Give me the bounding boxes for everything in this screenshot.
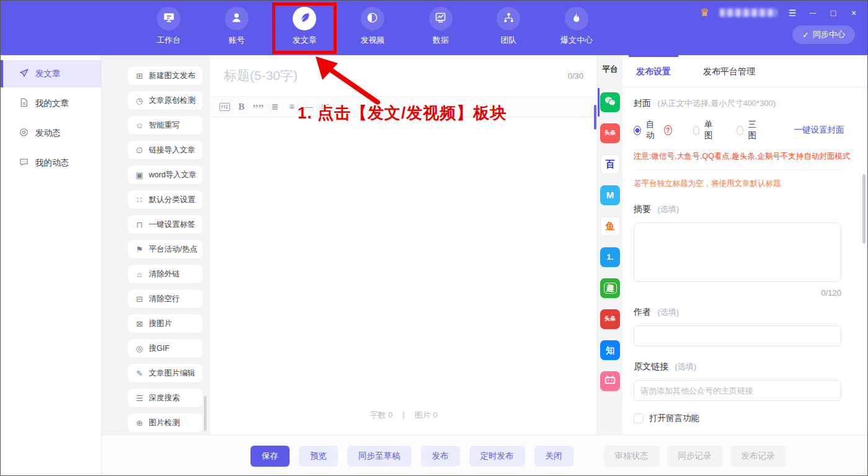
nav-item[interactable]: 团队 — [486, 7, 531, 46]
footer-action-button[interactable]: 定时发布 — [469, 446, 525, 467]
cover-options: 自动 ? 单图 — [634, 119, 781, 141]
platform-icon-tile[interactable]: 头条 — [600, 123, 620, 143]
sidebar-item[interactable]: 发文章 — [1, 60, 101, 87]
platform-header: 平台 — [598, 55, 622, 84]
platform-icon-tile[interactable]: 趣 — [600, 278, 620, 298]
footer-record-button[interactable]: 同步记录 — [667, 446, 723, 467]
toolbar-icon[interactable]: ≣ — [267, 99, 283, 114]
tool-icon: ☰ — [135, 394, 144, 402]
platform-icon-tile[interactable]: 鱼 — [600, 216, 620, 236]
settings-scrollbar-thumb[interactable] — [862, 174, 866, 244]
nav-item[interactable]: 爆文中心 — [554, 7, 599, 46]
nav-item[interactable]: 发文章 — [282, 7, 327, 46]
tool-button[interactable]: ◎ 搜GIF — [128, 339, 203, 358]
cover-options-row: 自动 ? 单图 — [634, 119, 841, 141]
count-divider: | — [402, 410, 404, 421]
author-hint: (选填) — [657, 307, 679, 317]
tool-button[interactable]: ⊟ 清除空行 — [128, 289, 203, 308]
sidebar-item[interactable]: 发动态 — [1, 120, 101, 147]
tool-label: 深度搜索 — [149, 393, 180, 403]
sidebar-item-icon — [19, 127, 29, 139]
nav-item[interactable]: 工作台 — [146, 7, 191, 46]
top-bar: 工作台 账号 发文章 — [1, 1, 867, 55]
tool-label: 默认分类设置 — [149, 195, 195, 205]
toolbar-icon[interactable]: ”” — [250, 99, 267, 114]
tool-button[interactable]: ✎ 文章图片编辑 — [128, 364, 203, 382]
footer-action-button[interactable]: 预览 — [299, 446, 338, 467]
cover-option[interactable]: 自动 ? — [634, 119, 672, 141]
help-icon[interactable]: ? — [664, 125, 672, 135]
platform-list: 头条 百 M — [598, 92, 622, 391]
author-input[interactable] — [634, 325, 841, 346]
radio-icon[interactable] — [737, 126, 743, 135]
platform-icon-tile[interactable]: 百 — [600, 154, 620, 174]
tool-button[interactable]: ⊓ 一键设置标签 — [128, 215, 203, 234]
nav-item[interactable]: 数据 — [418, 7, 463, 46]
nav-item-icon-circle — [157, 7, 180, 30]
platform-icon-tile[interactable]: 头条 — [600, 309, 620, 329]
tool-button[interactable]: ◷ 文章原创检测 — [128, 91, 203, 110]
platform-logo-text: 知 — [606, 346, 614, 355]
tools-scrollbar-thumb[interactable] — [204, 396, 206, 431]
footer-action-button[interactable]: 保存 — [250, 446, 290, 467]
tool-icon: ⊟ — [135, 295, 144, 303]
settings-tab[interactable]: 发布设置 — [634, 55, 673, 87]
footer-record-button[interactable]: 发布记录 — [730, 446, 786, 467]
tool-icon: ⊕ — [135, 419, 144, 427]
platform-icon-tile[interactable]: M — [600, 185, 620, 205]
tool-button[interactable]: ☰ 深度搜索 — [128, 389, 203, 407]
platform-icon-tile[interactable] — [600, 371, 620, 391]
nav-item[interactable]: 账号 — [215, 7, 259, 46]
sidebar-item[interactable]: 我的文章 — [1, 90, 101, 117]
footer-action-button[interactable]: 关闭 — [534, 446, 574, 467]
close-icon[interactable]: × — [849, 8, 859, 18]
nav-item-icon-circle — [429, 7, 453, 30]
title-input[interactable] — [224, 68, 568, 83]
tool-button[interactable]: ▣ word导入文章 — [128, 165, 203, 184]
cover-option[interactable]: 单图 — [693, 119, 716, 141]
tool-button[interactable]: ☺ 智能重写 — [128, 116, 203, 134]
summary-textarea[interactable] — [634, 223, 841, 282]
sidebar-item-label: 发动态 — [35, 128, 61, 139]
summary-counter: 0/120 — [634, 288, 841, 298]
tool-button[interactable]: ⊕ 图片检测 — [128, 413, 203, 432]
settings-tabs: 发布设置 发布平台管理 — [622, 55, 867, 87]
tool-button[interactable]: ⌂ 清除外链 — [128, 265, 203, 283]
sidebar-item[interactable]: 我的动态 — [1, 149, 101, 177]
tool-icon: ∷ — [135, 196, 144, 204]
footer-action-button[interactable]: 同步至草稿 — [347, 446, 412, 467]
source-link-input[interactable] — [634, 380, 841, 401]
tool-button[interactable]: ⊠ 搜图片 — [128, 314, 203, 333]
sidebar-item-label: 我的文章 — [35, 98, 69, 109]
footer-action-button[interactable]: 发布 — [421, 446, 460, 467]
editor-scrollbar-thumb[interactable] — [594, 105, 596, 130]
platform-logo-text: 头条 — [604, 130, 616, 136]
toolbar-icon[interactable]: H1 — [216, 99, 233, 114]
user-name-blurred[interactable] — [720, 9, 777, 17]
title-row: 0/30 — [210, 55, 597, 97]
radio-icon[interactable] — [693, 126, 700, 135]
maximize-icon[interactable]: □ — [828, 8, 838, 18]
tool-label: 搜GIF — [149, 343, 169, 354]
footer-record-button[interactable]: 审核状态 — [604, 446, 660, 467]
checkbox-icon[interactable] — [634, 413, 644, 423]
tool-button[interactable]: ⚑ 平台活动/热点 — [128, 240, 203, 258]
platform-icon-tile[interactable]: 知 — [600, 340, 620, 360]
minimize-icon[interactable]: ─ — [808, 8, 818, 18]
quick-set-cover-link[interactable]: 一键设置封面 — [794, 125, 844, 136]
image-count: 图片 0 — [415, 410, 438, 421]
sidebar-item-label: 发文章 — [35, 68, 61, 79]
platform-icon-tile[interactable] — [600, 92, 620, 112]
platform-icon-tile[interactable]: 1. — [600, 247, 620, 267]
cover-hint: (从正文中选择,最小尺寸400*300) — [657, 99, 776, 108]
cover-option[interactable]: 三图 — [737, 119, 760, 141]
settings-tab[interactable]: 发布平台管理 — [701, 55, 758, 87]
sync-center-button[interactable]: ✓ 同步中心 — [792, 25, 855, 44]
nav-item[interactable]: 发视频 — [350, 7, 395, 46]
toolbar-icon[interactable]: B — [233, 99, 250, 114]
radio-icon[interactable] — [634, 126, 641, 135]
tool-button[interactable]: ⊞ 新建图文发布 — [128, 66, 203, 85]
menu-icon[interactable]: ☰ — [787, 8, 797, 18]
tool-button[interactable]: ∅ 链接导入文章 — [128, 141, 203, 159]
tool-button[interactable]: ∷ 默认分类设置 — [128, 190, 203, 209]
